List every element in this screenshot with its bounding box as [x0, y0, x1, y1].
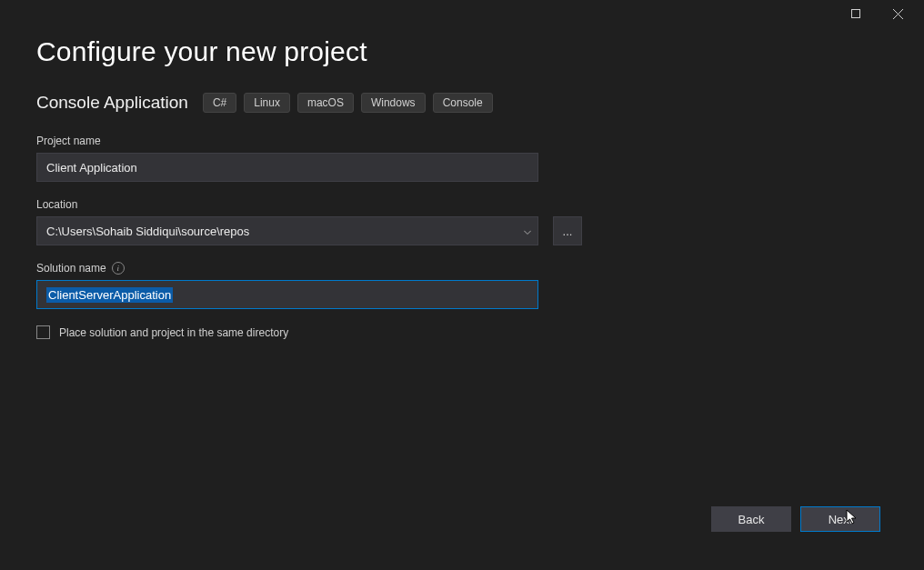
info-icon[interactable]: i: [112, 262, 125, 275]
solution-name-label-text: Solution name: [36, 262, 106, 275]
solution-name-group: Solution name i ClientServerApplication: [36, 262, 888, 309]
tag-windows: Windows: [361, 93, 426, 113]
tag-csharp: C#: [203, 93, 236, 113]
tag-macos: macOS: [297, 93, 354, 113]
tag-console: Console: [433, 93, 493, 113]
page-title: Configure your new project: [36, 36, 888, 67]
next-button[interactable]: Next: [800, 506, 880, 532]
close-button[interactable]: [877, 0, 919, 27]
browse-button[interactable]: ...: [553, 216, 582, 245]
svg-rect-0: [852, 10, 860, 18]
solution-name-input[interactable]: ClientServerApplication: [36, 280, 538, 309]
content-area: Configure your new project Console Appli…: [0, 27, 924, 339]
solution-name-selected-text: ClientServerApplication: [46, 287, 173, 303]
titlebar: [0, 0, 924, 27]
project-name-label: Project name: [36, 135, 888, 147]
back-button[interactable]: Back: [711, 506, 791, 532]
maximize-icon: [851, 9, 860, 18]
tag-linux: Linux: [244, 93, 290, 113]
template-header: Console Application C# Linux macOS Windo…: [36, 93, 888, 113]
tag-list: C# Linux macOS Windows Console: [203, 93, 493, 113]
location-group: Location ...: [36, 198, 888, 245]
project-name-group: Project name: [36, 135, 888, 182]
close-icon: [893, 9, 903, 19]
same-directory-label: Place solution and project in the same d…: [59, 326, 288, 339]
maximize-button[interactable]: [835, 0, 877, 27]
solution-name-label: Solution name i: [36, 262, 888, 275]
same-directory-checkbox[interactable]: [36, 325, 50, 339]
template-name: Console Application: [36, 93, 188, 113]
location-label: Location: [36, 198, 888, 211]
location-select-wrap: [36, 216, 538, 245]
footer-buttons: Back Next: [711, 506, 880, 532]
location-input[interactable]: [36, 216, 538, 245]
project-name-input[interactable]: [36, 153, 538, 182]
same-directory-row: Place solution and project in the same d…: [36, 325, 888, 339]
